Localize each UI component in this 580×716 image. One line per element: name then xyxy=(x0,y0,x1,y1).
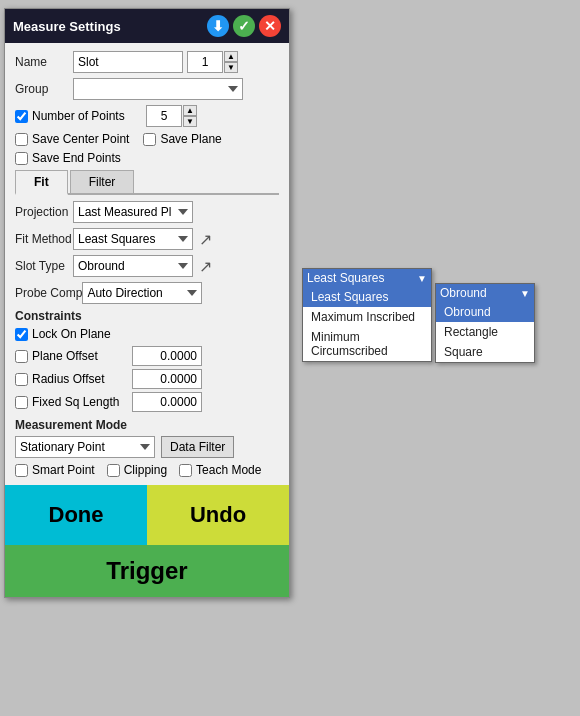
clipping-checkbox[interactable] xyxy=(107,464,120,477)
mode-select[interactable]: Stationary Point xyxy=(15,436,155,458)
probe-comp-label: Probe Comp xyxy=(15,286,82,300)
save-end-points-checkbox[interactable] xyxy=(15,152,28,165)
radius-offset-input[interactable] xyxy=(132,369,202,389)
points-input[interactable] xyxy=(146,105,182,127)
slot-dropdown-selected: Obround xyxy=(440,286,520,300)
probe-comp-row: Probe Comp Auto Direction xyxy=(15,282,279,304)
undo-button[interactable]: Undo xyxy=(147,485,289,545)
name-spin-arrows: ▲ ▼ xyxy=(224,51,238,73)
teach-mode-label: Teach Mode xyxy=(196,463,261,477)
spin-down-arrow[interactable]: ▼ xyxy=(224,62,238,73)
teach-mode-checkbox[interactable] xyxy=(179,464,192,477)
plane-offset-input[interactable] xyxy=(132,346,202,366)
lock-on-plane-row: Lock On Plane xyxy=(15,327,279,341)
name-spin: ▲ ▼ xyxy=(187,51,238,73)
title-bar: Measure Settings ⬇ ✓ ✕ xyxy=(5,9,289,43)
points-down-arrow[interactable]: ▼ xyxy=(183,116,197,127)
points-up-arrow[interactable]: ▲ xyxy=(183,105,197,116)
smart-point-item: Smart Point xyxy=(15,463,95,477)
slot-dropdown-header: Obround ▼ xyxy=(436,284,534,302)
fit-option-min-circumscribed[interactable]: Minimum Circumscribed xyxy=(303,327,431,361)
fit-dropdown-header: Least Squares ▼ xyxy=(303,269,431,287)
slot-type-row: Slot Type Obround ↗ xyxy=(15,255,279,277)
projection-select[interactable]: Last Measured Plane xyxy=(73,201,193,223)
fixed-sq-label: Fixed Sq Length xyxy=(32,395,132,409)
save-plane-label: Save Plane xyxy=(160,132,221,146)
number-of-points-row: Number of Points ▲ ▼ xyxy=(15,105,279,127)
measurement-mode-title: Measurement Mode xyxy=(15,418,279,432)
trigger-button[interactable]: Trigger xyxy=(5,545,289,597)
points-spin: ▲ ▼ xyxy=(146,105,197,127)
plane-offset-checkbox[interactable] xyxy=(15,350,28,363)
download-button[interactable]: ⬇ xyxy=(207,15,229,37)
group-select[interactable] xyxy=(73,78,243,100)
projection-label: Projection xyxy=(15,205,73,219)
number-of-points-checkbox[interactable] xyxy=(15,110,28,123)
smart-point-label: Smart Point xyxy=(32,463,95,477)
measurement-mode-section: Measurement Mode Stationary Point Data F… xyxy=(15,418,279,477)
plane-offset-label: Plane Offset xyxy=(32,349,132,363)
clipping-label: Clipping xyxy=(124,463,167,477)
spin-up-arrow[interactable]: ▲ xyxy=(224,51,238,62)
name-number-input[interactable] xyxy=(187,51,223,73)
lock-on-plane-checkbox[interactable] xyxy=(15,328,28,341)
radius-offset-row: Radius Offset xyxy=(15,369,279,389)
points-spin-arrows: ▲ ▼ xyxy=(183,105,197,127)
fixed-sq-input[interactable] xyxy=(132,392,202,412)
slot-option-obround[interactable]: Obround xyxy=(436,302,534,322)
bottom-buttons: Done Undo xyxy=(5,485,289,545)
save-end-points-item: Save End Points xyxy=(15,151,121,165)
save-end-points-label: Save End Points xyxy=(32,151,121,165)
lock-on-plane-item: Lock On Plane xyxy=(15,327,111,341)
number-of-points-label: Number of Points xyxy=(32,109,142,123)
slot-type-dropdown: Obround ▼ Obround Rectangle Square xyxy=(435,283,535,363)
data-filter-button[interactable]: Data Filter xyxy=(161,436,234,458)
slot-option-rectangle[interactable]: Rectangle xyxy=(436,322,534,342)
save-plane-item: Save Plane xyxy=(143,132,221,146)
group-row: Group xyxy=(15,78,279,100)
tab-filter[interactable]: Filter xyxy=(70,170,135,193)
fixed-sq-row: Fixed Sq Length xyxy=(15,392,279,412)
name-row: Name ▲ ▼ xyxy=(15,51,279,73)
slot-option-square[interactable]: Square xyxy=(436,342,534,362)
dialog-title: Measure Settings xyxy=(13,19,121,34)
mode-row: Stationary Point Data Filter xyxy=(15,436,279,458)
constraints-title: Constraints xyxy=(15,309,279,323)
done-button[interactable]: Done xyxy=(5,485,147,545)
save-center-checkbox[interactable] xyxy=(15,133,28,146)
slot-type-select[interactable]: Obround xyxy=(73,255,193,277)
save-center-label: Save Center Point xyxy=(32,132,129,146)
smart-point-checkbox[interactable] xyxy=(15,464,28,477)
save-center-item: Save Center Point xyxy=(15,132,129,146)
name-input[interactable] xyxy=(73,51,183,73)
teach-mode-item: Teach Mode xyxy=(179,463,261,477)
slot-dropdown-arrow-icon: ▼ xyxy=(520,288,530,299)
slot-type-label: Slot Type xyxy=(15,259,73,273)
projection-row: Projection Last Measured Plane xyxy=(15,201,279,223)
measure-settings-dialog: Measure Settings ⬇ ✓ ✕ Name ▲ ▼ Group xyxy=(4,8,290,598)
fit-arrow-icon: ↗ xyxy=(199,230,212,249)
tab-fit[interactable]: Fit xyxy=(15,170,68,195)
close-button[interactable]: ✕ xyxy=(259,15,281,37)
fit-method-dropdown: Least Squares ▼ Least Squares Maximum In… xyxy=(302,268,432,362)
fit-option-max-inscribed[interactable]: Maximum Inscribed xyxy=(303,307,431,327)
fixed-sq-checkbox[interactable] xyxy=(15,396,28,409)
plane-offset-row: Plane Offset xyxy=(15,346,279,366)
save-center-plane-row: Save Center Point Save Plane xyxy=(15,132,279,146)
clipping-item: Clipping xyxy=(107,463,167,477)
fit-method-label: Fit Method xyxy=(15,232,73,246)
fit-dropdown-selected: Least Squares xyxy=(307,271,417,285)
probe-comp-select[interactable]: Auto Direction xyxy=(82,282,202,304)
confirm-button[interactable]: ✓ xyxy=(233,15,255,37)
constraints-section: Constraints Lock On Plane Plane Offset R… xyxy=(15,309,279,412)
fit-dropdown-arrow-icon: ▼ xyxy=(417,273,427,284)
radius-offset-checkbox[interactable] xyxy=(15,373,28,386)
fit-option-least-squares[interactable]: Least Squares xyxy=(303,287,431,307)
group-label: Group xyxy=(15,82,73,96)
fit-method-row: Fit Method Least Squares ↗ xyxy=(15,228,279,250)
save-end-points-row: Save End Points xyxy=(15,151,279,165)
save-plane-checkbox[interactable] xyxy=(143,133,156,146)
title-bar-buttons: ⬇ ✓ ✕ xyxy=(207,15,281,37)
fit-method-select[interactable]: Least Squares xyxy=(73,228,193,250)
slot-arrow-icon: ↗ xyxy=(199,257,212,276)
